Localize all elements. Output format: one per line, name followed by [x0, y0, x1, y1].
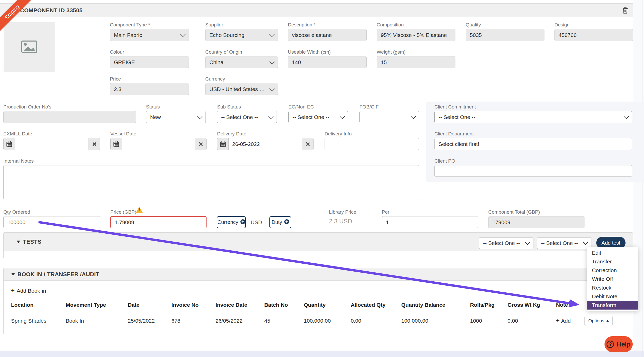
cell-location: Spring Shades — [11, 318, 66, 324]
cell-allocated-qty: 0.00 — [351, 318, 401, 324]
plus-circle-icon — [284, 219, 289, 225]
question-mark-icon: ? — [607, 341, 614, 348]
client-po-input[interactable] — [434, 165, 632, 177]
component-header-bar: COMPONENT ID 33505 — [0, 3, 633, 17]
useable-width-input[interactable] — [288, 56, 367, 68]
sub-status-select[interactable]: -- Select One -- — [217, 111, 277, 123]
x-icon — [306, 142, 310, 146]
menu-item-restock[interactable]: Restock — [587, 283, 638, 292]
quality-input[interactable] — [466, 29, 544, 41]
delivery-date-label: Delivery Date — [217, 131, 246, 137]
delivery-date-group — [217, 138, 314, 150]
currency-button[interactable]: Currency — [217, 216, 246, 228]
colour-input[interactable] — [110, 56, 189, 68]
calendar-icon[interactable] — [110, 138, 122, 150]
component-detail-page: COMPONENT ID 33505 Staging Component Typ… — [0, 0, 644, 357]
col-invoice-no: Invoice No — [171, 302, 216, 308]
per-label: Per — [382, 209, 389, 215]
component-total-input[interactable] — [488, 216, 584, 228]
cell-rolls-pkg: 1000 — [470, 318, 508, 324]
clear-date-button[interactable] — [195, 138, 207, 150]
production-order-nos-input[interactable] — [3, 111, 136, 123]
chevron-down-icon — [624, 114, 629, 119]
menu-item-transform[interactable]: Transform — [587, 301, 638, 310]
chevron-down-icon — [269, 59, 275, 64]
menu-item-debit-note[interactable]: Debit Note — [587, 292, 638, 301]
chevron-down-icon — [583, 240, 588, 245]
page-title: COMPONENT ID 33505 — [20, 4, 83, 17]
delete-component-button[interactable] — [620, 6, 630, 15]
status-label: Status — [146, 104, 160, 110]
help-button[interactable]: ? Help — [604, 336, 633, 352]
price-input[interactable] — [110, 83, 189, 95]
tests-select-1[interactable]: -- Select One -- — [479, 237, 533, 249]
cell-batch-no: 45 — [264, 318, 304, 324]
colour-label: Colour — [110, 49, 124, 55]
supplier-select[interactable]: Echo Sourcing — [205, 29, 278, 41]
cell-invoice-date: 26/05/2022 — [216, 318, 264, 324]
vessel-date-input[interactable] — [122, 138, 195, 150]
warning-icon — [136, 207, 143, 213]
component-image-placeholder[interactable] — [4, 22, 55, 72]
internal-notes-label: Internal Notes — [3, 158, 34, 164]
cell-quantity: 100,000.00 — [304, 318, 351, 324]
qty-ordered-input[interactable] — [3, 216, 100, 228]
price-gbp-input[interactable] — [110, 216, 207, 228]
menu-item-transfer[interactable]: Transfer — [587, 257, 638, 266]
quality-label: Quality — [466, 22, 481, 28]
chevron-down-icon — [525, 240, 530, 245]
delivery-info-input[interactable] — [325, 138, 419, 150]
cell-movement-type: Book In — [66, 318, 128, 324]
chevron-down-icon — [197, 114, 202, 119]
currency-select[interactable]: USD - United States Dollar — [205, 83, 278, 95]
calendar-icon[interactable] — [3, 138, 15, 150]
client-commitment-select[interactable]: -- Select One -- — [434, 111, 632, 123]
add-bookin-link[interactable]: + Add Book-in — [11, 288, 46, 294]
country-of-origin-label: Country of Origin — [205, 49, 242, 55]
currency-code-text: USD — [247, 216, 262, 228]
country-of-origin-select[interactable]: China — [205, 56, 278, 68]
x-icon — [199, 142, 203, 146]
bookin-panel-header[interactable]: BOOK IN / TRANSFER /AUDIT — [4, 268, 633, 281]
delivery-date-input[interactable] — [228, 138, 302, 150]
fob-cif-select[interactable] — [359, 111, 419, 123]
ec-non-ec-select[interactable]: -- Select One -- — [288, 111, 348, 123]
col-invoice-date: Invoice Date — [216, 302, 264, 308]
clear-date-button[interactable] — [89, 138, 100, 150]
production-order-nos-label: Production Order No's — [3, 104, 51, 110]
chevron-down-icon — [269, 86, 275, 91]
menu-item-correction[interactable]: Correction — [587, 266, 638, 275]
col-quantity-balance: Quantity Balance — [401, 302, 470, 308]
menu-item-write-off[interactable]: Write Off — [587, 275, 638, 283]
library-price-label: Library Price — [329, 209, 356, 215]
ec-non-ec-label: EC/Non-EC — [288, 104, 314, 110]
client-department-input[interactable] — [434, 138, 632, 150]
weight-input[interactable] — [377, 56, 455, 68]
chevron-down-icon — [268, 114, 274, 119]
cell-gross-wt-kg: 0.00 — [508, 318, 556, 324]
col-batch-no: Batch No — [264, 302, 304, 308]
caret-down-icon — [17, 241, 20, 243]
chevron-down-icon — [269, 32, 275, 37]
caret-up-icon — [606, 320, 609, 322]
col-location: Location — [11, 302, 66, 308]
calendar-icon[interactable] — [217, 138, 228, 150]
tests-select-2[interactable]: -- Select One -- — [537, 237, 591, 249]
menu-item-edit[interactable]: Edit — [587, 249, 638, 257]
client-po-label: Client PO — [434, 158, 455, 164]
component-type-select[interactable]: Main Fabric — [110, 29, 189, 41]
duty-button[interactable]: Duty — [269, 216, 291, 228]
client-department-label: Client Department — [434, 131, 474, 137]
options-button[interactable]: Options — [584, 316, 613, 326]
design-input[interactable] — [554, 29, 633, 41]
col-quantity: Quantity — [304, 302, 351, 308]
internal-notes-textarea[interactable] — [3, 165, 419, 199]
composition-input[interactable] — [377, 29, 455, 41]
clear-date-button[interactable] — [302, 138, 314, 150]
note-add-link[interactable]: + Add — [556, 318, 584, 324]
plus-circle-icon — [240, 219, 245, 225]
description-input[interactable] — [288, 29, 367, 41]
per-input[interactable] — [382, 216, 478, 228]
exmill-date-input[interactable] — [15, 138, 89, 150]
status-select[interactable]: New — [146, 111, 206, 123]
